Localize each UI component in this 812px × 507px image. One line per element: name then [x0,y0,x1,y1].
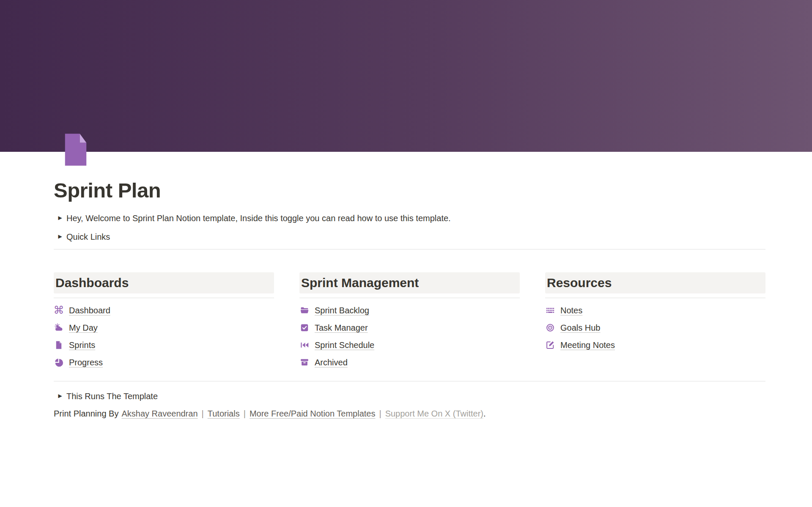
page-link-notes[interactable]: Notes [545,302,765,319]
toggle-welcome[interactable]: ▶ Hey, Welcome to Sprint Plan Notion tem… [54,210,765,227]
page-link-label: Task Manager [315,323,368,333]
page-link-meeting-notes[interactable]: Meeting Notes [545,337,765,354]
page-link-my-day[interactable]: My Day [54,319,274,337]
page-link-label: Goals Hub [560,323,601,333]
archive-icon [299,357,310,367]
page-link-dashboard[interactable]: ⌘ Dashboard [54,302,274,319]
page-link-sprints[interactable]: Sprints [54,337,274,354]
page-link-sprint-schedule[interactable]: Sprint Schedule [299,337,520,354]
page-link-sprint-backlog[interactable]: Sprint Backlog [299,302,520,319]
footer-separator: | [379,409,381,418]
page-content: Sprint Plan ▶ Hey, Welcome to Sprint Pla… [54,178,765,419]
command-icon: ⌘ [54,305,64,315]
keyboard-icon [545,305,555,315]
footer-link-more-templates[interactable]: More Free/Paid Notion Templates [250,409,376,418]
footer-suffix: . [483,409,486,418]
footer-link-twitter[interactable]: Support Me On X (Twitter) [385,409,483,418]
page-link-label: Sprint Schedule [315,340,374,350]
footer-credits: Print Planning ByAkshay Raveendran|Tutor… [54,408,765,419]
page-link-label: Dashboard [69,306,110,315]
column-dashboards: Dashboards ⌘ Dashboard [54,272,274,371]
sun-cloud-icon [54,323,64,333]
divider [54,381,765,381]
page-link-goals-hub[interactable]: Goals Hub [545,319,765,337]
page-link-label: Progress [69,358,103,367]
page-link-label: Meeting Notes [560,340,615,350]
toggle-caret-icon[interactable]: ▶ [54,215,66,222]
cover-image [0,0,812,152]
heading-dashboards: Dashboards [54,272,274,293]
toggle-caret-icon[interactable]: ▶ [54,393,66,400]
checked-checkbox-icon [299,323,310,333]
footer-separator: | [244,409,246,418]
folder-icon [299,305,310,315]
divider [299,298,520,298]
footer-separator: | [202,409,204,418]
column-sprint-management: Sprint Management Sprint Backlog [299,272,520,371]
target-icon [545,323,555,333]
document-icon [54,340,64,350]
page-link-label: Sprint Backlog [315,306,369,315]
page-link-label: Notes [560,306,582,315]
document-icon [62,133,90,167]
footer-link-author[interactable]: Akshay Raveendran [121,409,198,418]
footer-prefix: Print Planning By [54,409,118,418]
toggle-runs-template[interactable]: ▶ This Runs The Template [54,388,765,405]
page-link-archived[interactable]: Archived [299,354,520,371]
compose-icon [545,340,555,350]
page-link-label: Archived [315,358,348,367]
pie-chart-icon [54,357,64,367]
page-icon[interactable] [62,133,90,167]
heading-sprint-management: Sprint Management [299,272,520,293]
toggle-runs-template-label: This Runs The Template [66,391,158,402]
page-title[interactable]: Sprint Plan [54,178,765,203]
divider [545,298,765,298]
divider [54,298,274,298]
page-link-label: Sprints [69,340,95,350]
toggle-quick-links-label: Quick Links [66,231,110,242]
toggle-welcome-label: Hey, Welcome to Sprint Plan Notion templ… [66,213,451,224]
toggle-quick-links[interactable]: ▶ Quick Links [54,228,765,245]
page-link-label: My Day [69,323,98,333]
page-link-progress[interactable]: Progress [54,354,274,371]
toggle-caret-icon[interactable]: ▶ [54,233,66,240]
footer-link-tutorials[interactable]: Tutorials [208,409,240,418]
divider [54,249,765,249]
page-link-task-manager[interactable]: Task Manager [299,319,520,337]
heading-resources: Resources [545,272,765,293]
rewind-icon [299,340,310,350]
column-resources: Resources Notes [545,272,765,371]
columns-section: Dashboards ⌘ Dashboard [54,272,765,371]
